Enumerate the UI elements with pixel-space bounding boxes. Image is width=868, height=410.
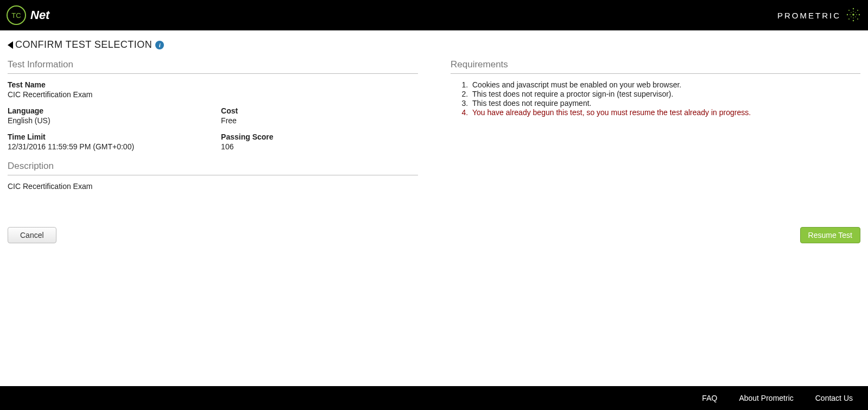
svg-point-3 xyxy=(847,14,848,15)
test-name-label: Test Name xyxy=(8,80,213,89)
time-limit-label: Time Limit xyxy=(8,133,221,141)
test-info-heading: Test Information xyxy=(8,59,418,74)
svg-point-2 xyxy=(853,20,854,21)
requirement-item: Cookies and javascript must be enabled o… xyxy=(470,80,860,89)
back-icon[interactable] xyxy=(8,41,13,49)
language-label: Language xyxy=(8,106,221,115)
svg-point-16 xyxy=(855,16,856,17)
passing-score-label: Passing Score xyxy=(221,133,426,141)
description-section: Description CIC Recertification Exam xyxy=(8,161,418,191)
tc-circle-icon: TC xyxy=(7,5,26,25)
cancel-button[interactable]: Cancel xyxy=(8,227,56,243)
svg-point-0 xyxy=(852,14,854,16)
svg-point-14 xyxy=(855,12,856,12)
footer: FAQ About Prometric Contact Us xyxy=(0,386,868,410)
svg-point-7 xyxy=(848,18,850,20)
prometric-star-icon xyxy=(845,7,861,24)
logo-tcnet: TC Net xyxy=(7,5,49,25)
svg-point-11 xyxy=(850,14,851,15)
language-value: English (US) xyxy=(8,116,221,125)
info-icon[interactable]: i xyxy=(155,41,164,49)
button-row: Cancel Resume Test xyxy=(8,227,860,243)
test-name-value: CIC Recertification Exam xyxy=(8,90,213,99)
svg-point-8 xyxy=(857,18,858,20)
time-limit-value: 12/31/2016 11:59:59 PM (GMT+0:00) xyxy=(8,142,221,151)
left-column: Test Information Test Name CIC Recertifi… xyxy=(8,59,418,191)
svg-point-13 xyxy=(851,12,851,12)
description-heading: Description xyxy=(8,161,418,175)
app-header: TC Net PROMETRIC xyxy=(0,0,868,30)
svg-point-1 xyxy=(853,8,854,9)
requirement-item: This test does not require a proctor sig… xyxy=(470,90,860,98)
svg-point-10 xyxy=(853,17,854,18)
resume-test-button[interactable]: Resume Test xyxy=(800,227,860,243)
svg-point-12 xyxy=(856,14,857,15)
cost-value: Free xyxy=(221,116,426,125)
requirements-heading: Requirements xyxy=(451,59,860,74)
passing-score-value: 106 xyxy=(221,142,426,151)
requirement-item: You have already begun this test, so you… xyxy=(470,108,860,117)
footer-link-about[interactable]: About Prometric xyxy=(739,394,793,402)
page-title: CONFIRM TEST SELECTION xyxy=(15,39,152,51)
svg-point-15 xyxy=(851,16,851,17)
svg-point-9 xyxy=(853,11,854,12)
content-area: Test Information Test Name CIC Recertifi… xyxy=(0,54,868,196)
field-row-language-cost: Language English (US) Cost Free xyxy=(8,106,418,125)
field-row-test-name: Test Name CIC Recertification Exam xyxy=(8,80,418,99)
svg-point-6 xyxy=(857,10,858,11)
footer-link-faq[interactable]: FAQ xyxy=(702,394,717,402)
svg-point-4 xyxy=(859,14,860,15)
requirement-item: This test does not require payment. xyxy=(470,99,860,108)
cost-label: Cost xyxy=(221,106,426,115)
description-text: CIC Recertification Exam xyxy=(8,182,418,191)
field-row-timelimit-score: Time Limit 12/31/2016 11:59:59 PM (GMT+0… xyxy=(8,133,418,151)
page-title-row: CONFIRM TEST SELECTION i xyxy=(0,30,868,54)
logo-prometric: PROMETRIC xyxy=(777,7,861,24)
right-column: Requirements Cookies and javascript must… xyxy=(451,59,860,191)
svg-point-5 xyxy=(848,10,850,11)
footer-link-contact[interactable]: Contact Us xyxy=(815,394,853,402)
requirements-list: Cookies and javascript must be enabled o… xyxy=(451,80,860,117)
prometric-text: PROMETRIC xyxy=(777,11,841,20)
net-text: Net xyxy=(30,8,49,22)
